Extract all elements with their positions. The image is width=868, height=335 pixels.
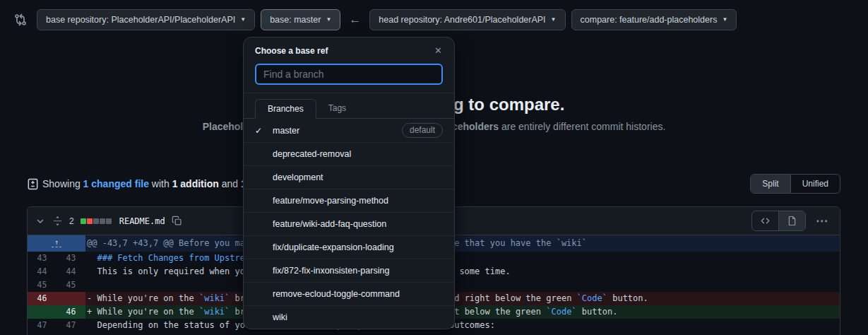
code-line: @@ -43,7 +43,7 @@ Before you make any ch… xyxy=(85,235,840,252)
new-line-number[interactable]: 43 xyxy=(57,252,85,265)
base-ref-dropdown: Choose a base ref ✕ BranchesTags ✓master… xyxy=(243,37,455,329)
copy-icon[interactable] xyxy=(172,216,182,226)
diffstat-added-block xyxy=(81,218,86,224)
base-repository-selector[interactable]: base repository: PlaceholderAPI/Placehol… xyxy=(37,9,255,30)
branch-name: fix/duplicate-expansion-loading xyxy=(273,242,394,252)
branch-list: ✓masterdefaultdeprecated-removaldevelopm… xyxy=(244,119,454,329)
close-icon[interactable]: ✕ xyxy=(429,44,447,57)
code-icon xyxy=(760,216,771,226)
new-line-number[interactable]: 46 xyxy=(57,305,85,319)
old-line-number[interactable]: 47 xyxy=(28,319,57,332)
branch-item[interactable]: development xyxy=(244,165,454,189)
diffstat-neutral-block xyxy=(93,218,99,224)
description-part: are entirely different commit histories. xyxy=(499,121,665,132)
file-diff-icon xyxy=(27,178,39,190)
branch-item[interactable]: fix/872-fix-inxonsisten-parsing xyxy=(244,259,454,282)
code-segment: ### Fetch Changes from Upstream xyxy=(97,253,255,263)
git-compare-icon xyxy=(14,13,27,26)
summary-part: Showing xyxy=(42,178,83,189)
expand-dash xyxy=(52,247,61,247)
check-icon: ✓ xyxy=(255,126,273,136)
branch-filter xyxy=(244,62,454,93)
file-icon xyxy=(787,216,797,226)
drag-handle-icon[interactable] xyxy=(52,216,63,226)
code-segment: button. xyxy=(577,307,618,317)
summary-part: with xyxy=(149,178,172,189)
code-segment: `Code` xyxy=(546,307,576,317)
file-header-actions: ⋯ xyxy=(751,211,833,231)
branch-name: development xyxy=(273,172,323,182)
branch-name: fix/872-fix-inxonsisten-parsing xyxy=(273,266,389,276)
code-line: + While you're on the `wiki` branch, you… xyxy=(85,305,840,319)
branch-item[interactable]: remove-ecloud-toggle-command xyxy=(244,282,454,305)
unified-view-button[interactable]: Unified xyxy=(790,175,840,193)
branch-item[interactable]: feature/wiki-add-faq-question xyxy=(244,212,454,235)
rich-diff-button[interactable] xyxy=(778,211,805,230)
head-repository-selector[interactable]: head repository: Andre601/PlaceholderAPI… xyxy=(369,9,565,30)
base-repository-label: base repository: PlaceholderAPI/Placehol… xyxy=(46,15,235,25)
code-line: ### Fetch Changes from Upstream xyxy=(85,252,840,265)
collapse-chevron-icon[interactable] xyxy=(35,216,46,227)
old-line-number[interactable]: 44 xyxy=(28,265,57,278)
new-line-number[interactable] xyxy=(57,292,85,305)
old-line-number[interactable] xyxy=(28,305,57,319)
branch-name: deprecated-removal xyxy=(273,149,351,159)
kebab-menu-button[interactable]: ⋯ xyxy=(811,213,833,228)
branch-item[interactable]: deprecated-removal xyxy=(244,142,454,165)
new-line-number[interactable]: 45 xyxy=(57,278,85,292)
code-segment: - While you're on the xyxy=(87,293,199,303)
find-branch-input[interactable] xyxy=(255,64,443,85)
code-line xyxy=(85,278,840,292)
old-line-number[interactable]: 45 xyxy=(28,278,57,292)
code-segment: button. xyxy=(607,293,648,303)
chevron-down-icon: ▼ xyxy=(551,17,557,23)
code-line: Depending on the status of your branch c… xyxy=(85,319,840,332)
file-name[interactable]: README.md xyxy=(119,216,165,226)
code-segment xyxy=(87,253,97,263)
branch-name: master xyxy=(273,126,299,136)
expand-up-icon: ↑ xyxy=(54,240,59,245)
default-badge: default xyxy=(402,123,443,138)
head-repository-label: head repository: Andre601/PlaceholderAPI xyxy=(379,15,545,25)
diffstat-blocks xyxy=(81,218,112,224)
dropdown-header: Choose a base ref ✕ xyxy=(244,37,454,62)
diff-view-toggle: Split Unified xyxy=(750,174,840,194)
branch-item[interactable]: wiki xyxy=(244,305,454,329)
tab-branches[interactable]: Branches xyxy=(255,99,316,119)
code-segment: `wiki` xyxy=(199,307,230,317)
left-arrow-icon: ← xyxy=(349,13,361,27)
old-line-number[interactable]: 43 xyxy=(28,252,57,265)
summary-part: 1 addition xyxy=(172,178,219,189)
branch-item[interactable]: ✓masterdefault xyxy=(244,119,454,142)
file-changes-count: 2 xyxy=(69,216,74,226)
compare-toolbar: base repository: PlaceholderAPI/Placehol… xyxy=(0,0,868,40)
branch-item[interactable]: feature/move-parsing-method xyxy=(244,189,454,212)
base-branch-selector[interactable]: base: master ▼ xyxy=(261,9,340,30)
base-branch-label: base: master xyxy=(270,15,321,25)
code-segment: + While you're on the xyxy=(87,307,199,317)
split-view-button[interactable]: Split xyxy=(751,175,790,193)
branch-name: remove-ecloud-toggle-command xyxy=(273,289,400,299)
old-line-number[interactable]: 46 xyxy=(28,292,57,305)
branch-name: feature/move-parsing-method xyxy=(273,196,388,206)
code-line: - While you're on the `wiki` branch, you… xyxy=(85,292,840,305)
new-line-number[interactable]: 47 xyxy=(57,319,85,332)
diffstat-deleted-block xyxy=(87,218,93,224)
compare-branch-selector[interactable]: compare: feature/add-placeholders ▼ xyxy=(571,9,737,30)
diffstat-neutral-block xyxy=(100,218,105,224)
chevron-down-icon: ▼ xyxy=(326,17,331,23)
chevron-down-icon: ▼ xyxy=(722,17,727,23)
source-view-button[interactable] xyxy=(752,211,778,230)
changed-files-link[interactable]: 1 changed file xyxy=(83,178,149,189)
code-segment: `wiki` xyxy=(199,293,230,303)
new-line-number[interactable]: 44 xyxy=(57,265,85,278)
summary-part: and xyxy=(219,178,241,189)
branch-name: wiki xyxy=(273,312,287,322)
code-segment: `Code` xyxy=(577,293,607,303)
expand-hunk-button[interactable]: ↑ xyxy=(28,235,85,252)
branch-name: feature/wiki-add-faq-question xyxy=(273,219,386,229)
ref-type-tabs: BranchesTags xyxy=(244,93,454,119)
branch-item[interactable]: fix/duplicate-expansion-loading xyxy=(244,235,454,259)
tab-tags[interactable]: Tags xyxy=(316,99,358,118)
code-line: This is only required when you haven't s… xyxy=(85,265,840,278)
